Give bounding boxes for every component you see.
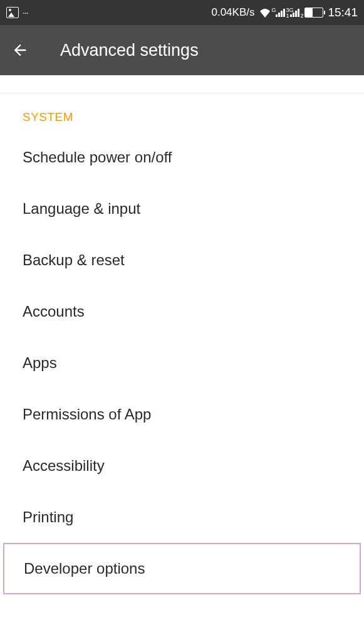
signal-1-icon: G 1 xyxy=(276,8,286,17)
item-accounts[interactable]: Accounts xyxy=(0,286,364,337)
item-developer-options[interactable]: Developer options xyxy=(3,543,361,594)
item-permissions[interactable]: Permissions of App xyxy=(0,389,364,440)
content-area: SYSTEM Schedule power on/off Language & … xyxy=(0,93,364,594)
svg-rect-0 xyxy=(276,14,278,17)
status-right: 0.04KB/s G 1 3G 2 xyxy=(211,6,358,19)
svg-rect-7 xyxy=(298,9,299,17)
header: Advanced settings xyxy=(0,25,364,75)
svg-rect-1 xyxy=(278,13,280,17)
svg-rect-5 xyxy=(293,13,294,17)
svg-rect-2 xyxy=(281,11,283,17)
item-schedule-power[interactable]: Schedule power on/off xyxy=(0,132,364,183)
back-arrow-icon[interactable] xyxy=(11,41,29,59)
battery-icon xyxy=(304,8,323,18)
status-bar: ··· 0.04KB/s G 1 3G xyxy=(0,0,364,25)
item-backup-reset[interactable]: Backup & reset xyxy=(0,234,364,286)
signal-2-icon: 3G 2 xyxy=(290,8,300,17)
status-left: ··· xyxy=(6,7,28,18)
time-label: 15:41 xyxy=(328,6,358,19)
item-printing[interactable]: Printing xyxy=(0,492,364,543)
item-accessibility[interactable]: Accessibility xyxy=(0,440,364,492)
svg-rect-4 xyxy=(290,14,292,17)
picture-icon xyxy=(6,7,19,18)
page-title: Advanced settings xyxy=(60,41,199,60)
wifi-icon xyxy=(259,8,271,18)
data-speed-label: 0.04KB/s xyxy=(211,6,254,19)
item-language-input[interactable]: Language & input xyxy=(0,183,364,234)
section-header-system: SYSTEM xyxy=(0,93,364,132)
more-dots-icon: ··· xyxy=(23,8,28,18)
svg-rect-3 xyxy=(283,9,285,17)
item-apps[interactable]: Apps xyxy=(0,337,364,389)
svg-rect-6 xyxy=(295,11,297,17)
